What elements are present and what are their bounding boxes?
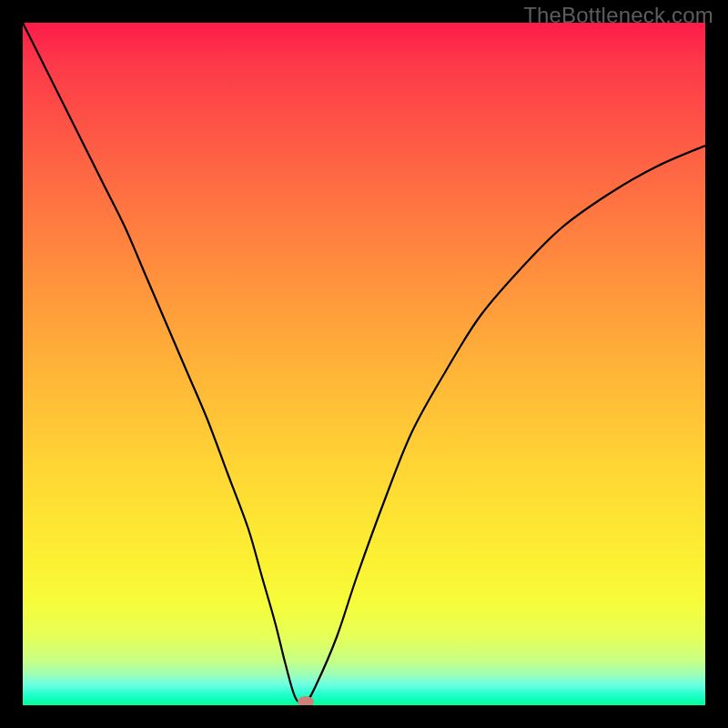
bottleneck-curve	[23, 23, 705, 705]
trough-marker	[298, 696, 314, 706]
plot-area	[23, 23, 705, 705]
watermark-text: TheBottleneck.com	[523, 3, 713, 28]
chart-frame: TheBottleneck.com	[0, 0, 728, 728]
